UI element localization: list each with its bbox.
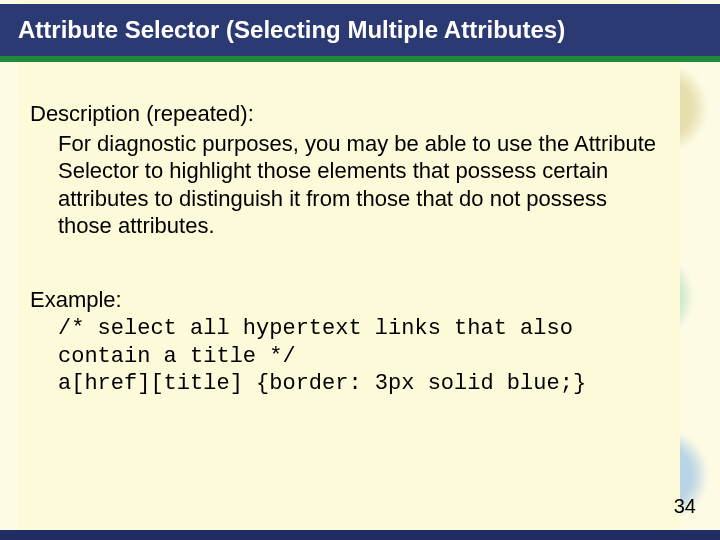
example-label: Example: — [30, 286, 660, 314]
description-text: For diagnostic purposes, you may be able… — [58, 130, 660, 240]
slide-title: Attribute Selector (Selecting Multiple A… — [18, 16, 565, 44]
code-block: /* select all hypertext links that also … — [58, 315, 660, 398]
slide: Attribute Selector (Selecting Multiple A… — [0, 0, 720, 540]
slide-body: Description (repeated): For diagnostic p… — [30, 100, 660, 500]
description-label: Description (repeated): — [30, 100, 660, 128]
page-number: 34 — [674, 495, 696, 518]
bottom-accent-bar — [0, 530, 720, 540]
code-rule: a[href][title] {border: 3px solid blue;} — [58, 371, 586, 396]
code-comment: /* select all hypertext links that also … — [58, 316, 586, 369]
title-bar: Attribute Selector (Selecting Multiple A… — [0, 4, 720, 62]
